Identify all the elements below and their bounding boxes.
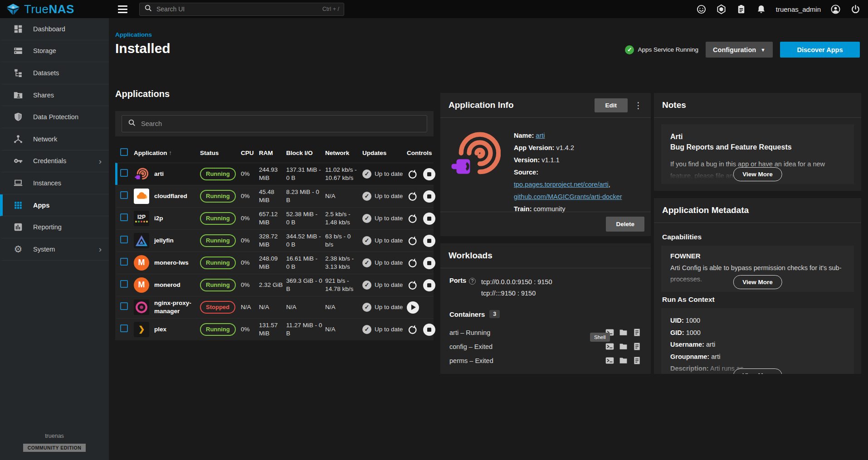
app-name-link[interactable]: arti bbox=[536, 132, 545, 139]
updates-cell: ✓Up to date bbox=[362, 214, 407, 223]
app-name: cloudflared bbox=[154, 192, 187, 200]
delete-button[interactable]: Delete bbox=[606, 217, 644, 232]
column-header-status[interactable]: Status bbox=[200, 149, 241, 157]
select-all-checkbox[interactable] bbox=[120, 148, 128, 156]
sidebar-item-credentials[interactable]: Credentials› bbox=[0, 150, 109, 173]
kebab-menu-icon[interactable]: ⋮ bbox=[634, 101, 643, 110]
start-button[interactable] bbox=[407, 301, 419, 314]
row-checkbox[interactable] bbox=[120, 191, 128, 199]
stop-button[interactable] bbox=[423, 213, 435, 225]
sidebar-item-shares[interactable]: Shares bbox=[0, 84, 109, 107]
sidebar-item-apps[interactable]: Apps bbox=[0, 194, 109, 217]
container-browse-icon[interactable] bbox=[619, 356, 628, 365]
capabilities-label: Capabilities bbox=[662, 233, 854, 241]
column-header-application[interactable]: Application ↑ bbox=[134, 149, 200, 157]
application-info-panel: Application Info Edit ⋮ bbox=[440, 93, 651, 236]
sidebar-item-instances[interactable]: Instances bbox=[0, 172, 109, 194]
sidebar-item-label: Dashboard bbox=[33, 25, 65, 33]
capability-name: FOWNER bbox=[670, 252, 845, 260]
feedback-smiley-icon[interactable] bbox=[696, 4, 707, 15]
container-name: perms – Exited bbox=[449, 357, 493, 364]
global-search[interactable]: Ctrl + / bbox=[139, 3, 344, 16]
app-row-jellyfin[interactable]: jellyfinRunning0%328.72 MiB344.52 MiB - … bbox=[115, 229, 434, 252]
stop-button[interactable] bbox=[423, 279, 435, 291]
view-more-button[interactable]: View More bbox=[733, 167, 782, 181]
restart-button[interactable] bbox=[407, 213, 419, 225]
restart-button[interactable] bbox=[407, 235, 419, 247]
restart-button[interactable] bbox=[407, 168, 419, 180]
container-logs-icon[interactable] bbox=[632, 328, 642, 337]
user-avatar-icon[interactable] bbox=[830, 4, 841, 15]
app-row-monerod[interactable]: MmonerodRunning0%2.32 GiB369.3 GiB - 0 B… bbox=[115, 274, 434, 296]
container-logs-icon[interactable] bbox=[632, 342, 642, 351]
menu-toggle-button[interactable] bbox=[116, 4, 129, 15]
ports-row: Ports ? tcp://0.0.0.0:9150 : 9150tcp://:… bbox=[449, 276, 642, 299]
discover-apps-button[interactable]: Discover Apps bbox=[780, 42, 860, 58]
stop-button[interactable] bbox=[423, 257, 435, 269]
alerts-bell-icon[interactable] bbox=[756, 4, 766, 15]
row-checkbox[interactable] bbox=[120, 236, 128, 243]
row-checkbox[interactable] bbox=[120, 169, 128, 177]
table-search[interactable] bbox=[122, 115, 427, 132]
truenas-logo[interactable]: TrueNAS bbox=[0, 2, 109, 16]
sidebar-item-storage[interactable]: Storage bbox=[0, 40, 109, 63]
column-header-controls[interactable]: Controls bbox=[407, 149, 436, 157]
source-link-torproject[interactable]: tpo.pages.torproject.net/core/arti bbox=[514, 181, 609, 188]
view-more-button[interactable]: View More bbox=[733, 275, 782, 289]
global-search-input[interactable] bbox=[156, 5, 318, 13]
row-checkbox[interactable] bbox=[120, 302, 128, 310]
restart-button[interactable] bbox=[407, 324, 419, 336]
sidebar-item-label: Storage bbox=[33, 47, 56, 54]
row-checkbox[interactable] bbox=[120, 280, 128, 288]
app-row-arti[interactable]: artiRunning0%244.93 MiB137.31 MiB - 0 B1… bbox=[115, 163, 434, 185]
restart-button[interactable] bbox=[407, 257, 419, 269]
sidebar-item-datasets[interactable]: Datasets bbox=[0, 62, 109, 84]
stop-button[interactable] bbox=[423, 190, 435, 203]
breadcrumb[interactable]: Applications bbox=[115, 31, 152, 38]
container-browse-icon[interactable] bbox=[619, 328, 628, 337]
app-row-cloudflared[interactable]: cloudflaredRunning0%45.48 MiB8.23 MiB - … bbox=[115, 185, 434, 207]
container-logs-icon[interactable] bbox=[632, 356, 642, 365]
app-row-monero-lws[interactable]: Mmonero-lwsRunning0%248.09 MiB16.61 MiB … bbox=[115, 252, 434, 274]
sidebar-item-reporting[interactable]: Reporting bbox=[0, 216, 109, 238]
block-io-cell: 344.52 MiB - 0 B bbox=[286, 232, 325, 248]
workloads-title: Workloads bbox=[449, 251, 493, 261]
sidebar-item-dashboard[interactable]: Dashboard bbox=[0, 18, 109, 40]
view-more-button[interactable]: View More bbox=[733, 368, 782, 374]
container-shell-icon[interactable] bbox=[605, 356, 614, 365]
column-header-cpu[interactable]: CPU bbox=[241, 149, 259, 157]
sidebar: DashboardStorageDatasetsSharesData Prote… bbox=[0, 18, 109, 460]
jobs-clipboard-icon[interactable] bbox=[736, 4, 746, 15]
stop-button[interactable] bbox=[423, 168, 435, 180]
app-name: jellyfin bbox=[154, 237, 174, 245]
edit-button[interactable]: Edit bbox=[595, 98, 628, 112]
restart-button[interactable] bbox=[407, 279, 419, 291]
truecommand-icon[interactable] bbox=[716, 4, 727, 15]
sidebar-item-data-protection[interactable]: Data Protection bbox=[0, 106, 109, 128]
help-icon[interactable]: ? bbox=[469, 278, 476, 285]
up-to-date-icon: ✓ bbox=[362, 192, 371, 201]
container-shell-icon[interactable] bbox=[605, 342, 614, 351]
app-row-plex[interactable]: ❯plexRunning0%131.57 MiB11.27 MiB - 0 BN… bbox=[115, 318, 434, 340]
stop-button[interactable] bbox=[423, 324, 435, 336]
configuration-button[interactable]: Configuration ▼ bbox=[706, 42, 773, 58]
source-link-github[interactable]: github.com/MAGICGrants/arti-docker bbox=[514, 193, 622, 200]
stop-button[interactable] bbox=[423, 235, 435, 247]
app-row-nginx-proxy-manager[interactable]: nginx-proxy-managerStoppedN/AN/AN/AN/A✓U… bbox=[115, 296, 434, 318]
sidebar-item-label: Instances bbox=[33, 179, 61, 187]
table-search-input[interactable] bbox=[141, 120, 421, 127]
sidebar-item-system[interactable]: ⚙System› bbox=[0, 238, 109, 261]
column-header-network[interactable]: Network bbox=[325, 149, 362, 157]
restart-button[interactable] bbox=[407, 190, 419, 203]
power-icon[interactable] bbox=[850, 4, 861, 15]
app-row-i2p[interactable]: I2Pi2pRunning0%657.12 MiB52.38 MiB - 0 B… bbox=[115, 207, 434, 229]
column-header-updates[interactable]: Updates bbox=[362, 149, 407, 157]
container-browse-icon[interactable] bbox=[619, 342, 628, 351]
sidebar-item-label: Datasets bbox=[33, 69, 59, 77]
row-checkbox[interactable] bbox=[120, 213, 128, 221]
column-header-ram[interactable]: RAM bbox=[259, 149, 286, 157]
row-checkbox[interactable] bbox=[120, 324, 128, 332]
column-header-block-i-o[interactable]: Block I/O bbox=[286, 149, 325, 157]
sidebar-item-network[interactable]: Network bbox=[0, 128, 109, 150]
row-checkbox[interactable] bbox=[120, 258, 128, 266]
